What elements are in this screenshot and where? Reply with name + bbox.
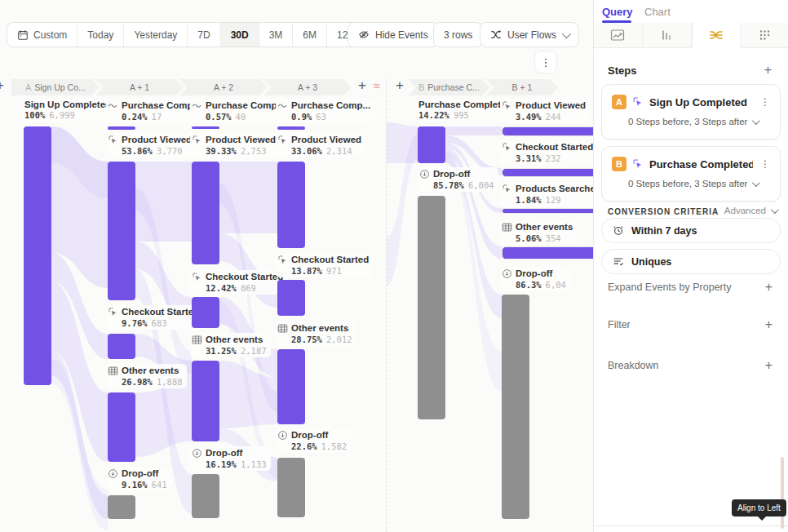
flow-node-label-checkout-started[interactable]: Checkout Started3.31%232 [500, 140, 593, 165]
range-yesterday[interactable]: Yesterday [124, 23, 188, 47]
flow-node-label-other-events[interactable]: Other events28.75%2,012 [276, 321, 356, 346]
flow-node-label-other-events[interactable]: Other events5.06%354 [500, 220, 577, 245]
tab-chart[interactable]: Chart [644, 6, 671, 18]
flow-node-label-product-viewed[interactable]: Product Viewed53.86%3,770 [106, 133, 196, 157]
flow-node-label-product-viewed[interactable]: Product Viewed33.06%2,314 [276, 133, 365, 157]
chart-type-flows-button[interactable] [692, 23, 742, 48]
chart-type-grid-button[interactable] [741, 23, 788, 47]
node-name: Drop-off [122, 468, 158, 478]
chart-type-bar-button[interactable] [643, 23, 692, 47]
rows-button[interactable]: 3 rows [433, 22, 483, 47]
conversion-window-button[interactable]: Within 7 days [601, 218, 781, 243]
flow-column-header-1[interactable]: A + 1 [95, 79, 184, 95]
range-today[interactable]: Today [77, 23, 124, 47]
flow-bar-drop-off[interactable] [192, 474, 219, 518]
flow-bar-other-events[interactable] [277, 349, 305, 424]
flow-node-label-product-viewed[interactable]: Product Viewed39.33%2,753 [190, 133, 280, 157]
flow-bar-drop-off[interactable] [108, 495, 135, 519]
step-card-b[interactable]: B Purchase Completed ⋮ 0 Steps before, 3… [601, 146, 781, 202]
flow-column-header-0[interactable]: ASign Up Co... [11, 79, 100, 95]
range-6m[interactable]: 6M [293, 23, 327, 47]
flow-bar-drop-off[interactable] [502, 295, 529, 519]
add-column-button[interactable]: + [396, 78, 404, 92]
flow-column-header-3[interactable]: A + 3 [263, 79, 352, 95]
flow-bar-products-searched[interactable] [502, 208, 593, 214]
node-name: Checkout Started [291, 255, 369, 264]
node-name: Other events [516, 222, 573, 232]
flow-node-label-drop-off[interactable]: Drop-off86.3%6,04 [500, 267, 570, 291]
step-kebab-button[interactable]: ⋮ [759, 158, 772, 170]
chart-options-kebab-button[interactable]: ⋮ [534, 51, 557, 73]
chart-type-line-button[interactable] [594, 23, 643, 47]
section-divider [386, 79, 387, 532]
flow-node-label-other-events[interactable]: Other events26.98%1,888 [106, 364, 187, 388]
flow-bar-checkout-started[interactable] [192, 297, 219, 328]
flow-bar-drop-off[interactable] [418, 196, 445, 419]
section-label: Filter [608, 319, 631, 330]
tab-query[interactable]: Query [602, 6, 633, 18]
flow-bar-purchase-comp-[interactable] [277, 126, 305, 130]
flow-bar-purchase-comp-[interactable] [192, 126, 219, 129]
range-7d[interactable]: 7D [188, 23, 220, 47]
flow-column-header-4[interactable]: BPurchase C... [408, 79, 490, 95]
flow-bar-purchase-completed[interactable] [418, 126, 445, 163]
flow-column-header-5[interactable]: B + 1 [486, 79, 558, 95]
flow-bar-other-events[interactable] [502, 246, 593, 259]
add-filter-button[interactable]: + [765, 318, 773, 331]
flow-node-label-checkout-started[interactable]: Checkout Started12.42%869 [190, 270, 287, 295]
flow-bar-checkout-started[interactable] [277, 280, 305, 316]
add-breakdown-button[interactable]: + [765, 359, 773, 372]
drop-off-icon [418, 168, 430, 180]
flow-node-label-purchase-comp-[interactable]: Purchase Comp...0.9%63 [276, 99, 374, 123]
add-column-left-button[interactable]: + [0, 78, 4, 92]
section-label: Breakdown [608, 360, 659, 371]
flow-node-label-product-viewed[interactable]: Product Viewed3.49%244 [500, 99, 590, 123]
step-detail-text: 0 Steps before, 3 Steps after [628, 179, 747, 188]
node-count: 2,753 [241, 146, 267, 156]
flow-bar-checkout-started[interactable] [108, 334, 135, 359]
flow-bar-checkout-started[interactable] [502, 168, 593, 177]
flow-node-label-purchase-comp-[interactable]: Purchase Comp...0.57%40 [190, 99, 289, 123]
conversion-criteria-title: CONVERSION CRITERIA [608, 207, 719, 216]
flow-node-label-sign-up-completed[interactable]: Sign Up Completed100%6,999 [24, 99, 115, 122]
step-card-a[interactable]: A Sign Up Completed ⋮ 0 Steps before, 3 … [601, 84, 781, 140]
step-kebab-button[interactable]: ⋮ [759, 96, 772, 108]
flow-bar-product-viewed[interactable] [502, 126, 593, 136]
add-expand-property-button[interactable]: + [765, 281, 773, 294]
flow-node-label-other-events[interactable]: Other events31.25%2,187 [190, 333, 271, 357]
flow-bar-other-events[interactable] [192, 361, 219, 441]
range-30d[interactable]: 30D [221, 23, 259, 47]
counting-method-button[interactable]: Uniques [601, 249, 781, 274]
hide-events-button[interactable]: Hide Events [348, 22, 439, 47]
advanced-dropdown[interactable]: Advanced [724, 206, 777, 215]
node-count: 2,187 [241, 346, 267, 356]
node-percent: 0.57% [206, 112, 232, 122]
flow-node-label-checkout-started[interactable]: Checkout Started13.87%971 [276, 253, 373, 277]
node-percent: 16.19% [206, 459, 237, 469]
flow-node-label-drop-off[interactable]: Drop-off9.16%641 [106, 467, 171, 491]
flow-node-label-drop-off[interactable]: Drop-off22.6%1,582 [276, 428, 351, 453]
flow-bar-purchase-comp-[interactable] [108, 126, 135, 130]
flow-node-label-drop-off[interactable]: Drop-off85.78%6,004 [418, 167, 498, 192]
clock-icon [613, 225, 624, 237]
flow-node-label-checkout-started[interactable]: Checkout Started9.76%683 [106, 305, 203, 330]
flow-bar-product-viewed[interactable] [277, 162, 305, 248]
flow-bar-product-viewed[interactable] [192, 162, 219, 264]
scrollbar-thumb[interactable] [781, 457, 784, 529]
add-column-button[interactable]: + [358, 78, 366, 92]
flow-bar-other-events[interactable] [108, 392, 135, 462]
range-custom[interactable]: Custom [7, 23, 77, 47]
flow-column-header-2[interactable]: A + 2 [179, 79, 268, 95]
range-3m[interactable]: 3M [259, 23, 294, 47]
flow-bar-drop-off[interactable] [277, 458, 305, 517]
flow-bar-sign-up-completed[interactable] [24, 126, 51, 385]
flow-bar-product-viewed[interactable] [108, 162, 135, 300]
node-name: Product Viewed [516, 100, 586, 110]
step-detail-toggle[interactable]: 0 Steps before, 3 Steps after [628, 179, 780, 188]
step-detail-toggle[interactable]: 0 Steps before, 3 Steps after [628, 117, 780, 126]
add-step-button[interactable]: + [764, 64, 772, 77]
flow-node-label-drop-off[interactable]: Drop-off16.19%1,133 [190, 446, 271, 471]
view-selector[interactable]: User Flows [480, 22, 579, 47]
flow-node-label-products-searched[interactable]: Products Searched1.84%129 [500, 182, 593, 206]
grid-icon [277, 322, 288, 334]
